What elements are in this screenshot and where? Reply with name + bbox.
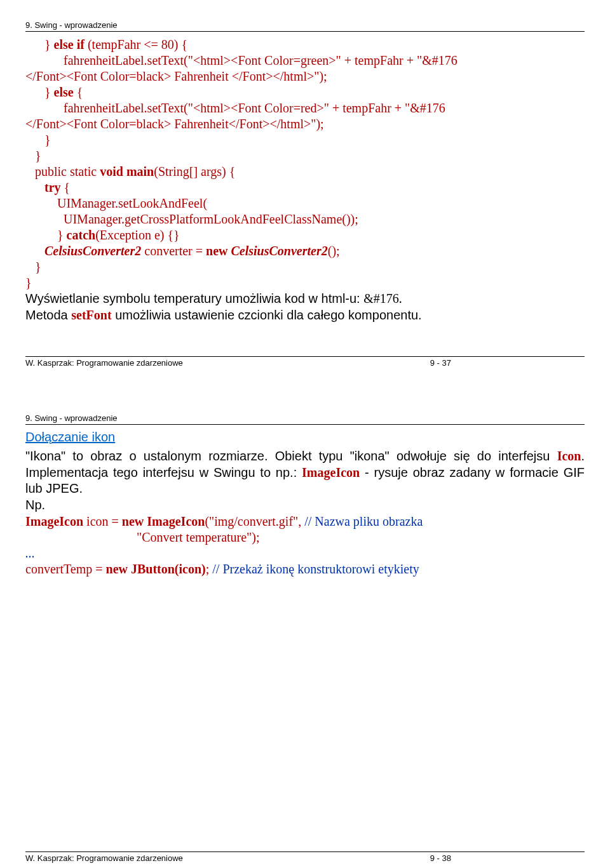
- page-footer: W. Kasprzak: Programowanie zdarzeniowe 9…: [25, 358, 585, 368]
- footer-page-number: 9 - 37: [430, 358, 451, 368]
- header-rule: [25, 424, 585, 425]
- code-block: } else if (tempFahr <= 80) { fahrenheitL…: [25, 37, 585, 291]
- section-heading-link[interactable]: Dołączanie ikon: [25, 430, 115, 444]
- footer-author: W. Kasprzak: Programowanie zdarzeniowe: [25, 358, 183, 368]
- page-footer: W. Kasprzak: Programowanie zdarzeniowe 9…: [25, 853, 585, 863]
- paragraph-icons: "Ikona" to obraz o ustalonym rozmiarze. …: [25, 448, 585, 497]
- page-2: 9. Swing - wprowadzenie Dołączanie ikon …: [0, 393, 610, 868]
- footer-page-number: 9 - 38: [430, 853, 451, 863]
- footer-rule: [25, 851, 585, 852]
- code-block-2: ImageIcon icon = new ImageIcon("img/conv…: [25, 514, 585, 577]
- header-rule: [25, 31, 585, 32]
- page-header: 9. Swing - wprowadzenie: [25, 20, 585, 30]
- page-header: 9. Swing - wprowadzenie: [25, 413, 585, 423]
- paragraph-1: Wyświetlanie symbolu temperatury umożliw…: [25, 291, 585, 307]
- paragraph-np: Np.: [25, 497, 585, 514]
- paragraph-2: Metoda setFont umożliwia ustawienie czci…: [25, 307, 585, 324]
- footer-rule: [25, 356, 585, 357]
- page-1: 9. Swing - wprowadzenie } else if (tempF…: [0, 0, 610, 393]
- footer-author: W. Kasprzak: Programowanie zdarzeniowe: [25, 853, 183, 863]
